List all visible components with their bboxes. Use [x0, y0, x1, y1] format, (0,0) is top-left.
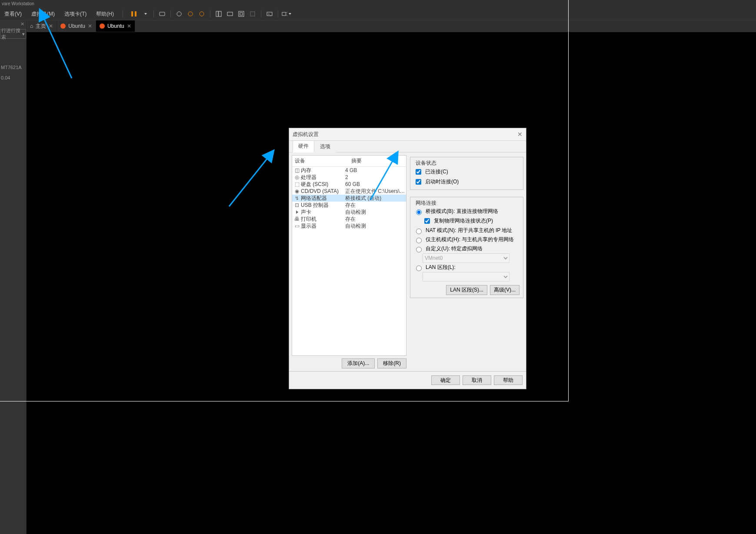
menu-tabs[interactable]: 选项卡(T) — [62, 10, 89, 18]
svg-rect-5 — [219, 11, 221, 17]
dialog-title-bar[interactable]: 虚拟机设置 ✕ — [289, 128, 526, 141]
menu-vm[interactable]: 虚拟机(M) — [29, 10, 57, 18]
vm-settings-dialog: 虚拟机设置 ✕ 硬件 选项 设备 摘要 — [289, 128, 526, 389]
hw-summary: 桥接模式 (自动) — [345, 195, 406, 202]
add-hardware-button[interactable]: 添加(A)... — [342, 358, 375, 368]
radio-hostonly[interactable] — [416, 238, 422, 243]
remove-hardware-button[interactable]: 移除(R) — [377, 358, 406, 368]
hardware-row[interactable]: 🕨声卡自动检测 — [292, 209, 406, 216]
hw-header-device: 设备 — [292, 156, 349, 166]
hw-summary: 4 GB — [345, 167, 406, 173]
sidebar-close-icon[interactable]: ✕ — [20, 21, 24, 27]
hw-summary: 2 — [345, 174, 406, 180]
hw-icon: 🕨 — [294, 209, 300, 215]
help-button[interactable]: 帮助 — [494, 375, 523, 385]
vmnet-select[interactable]: VMnet0 — [423, 253, 510, 263]
tab-label: 主页 — [36, 23, 46, 30]
dialog-tab-options[interactable]: 选项 — [314, 140, 336, 153]
separator — [261, 10, 261, 18]
hw-summary: 自动检测 — [345, 222, 406, 230]
chk-connect-at-start-label: 启动时连接(O) — [425, 178, 459, 186]
hw-name: 内存 — [300, 167, 345, 174]
hardware-row[interactable]: ◉CD/DVD (SATA)正在使用文件 C:\Users\79462\... — [292, 188, 406, 195]
network-title: 网络连接 — [414, 199, 438, 207]
svg-rect-4 — [216, 11, 218, 17]
hw-icon: ◎ — [294, 174, 300, 180]
hardware-row[interactable]: ↯网络适配器桥接模式 (自动) — [292, 195, 406, 202]
hw-name: USB 控制器 — [300, 202, 345, 209]
hw-summary: 存在 — [345, 202, 406, 209]
hw-icon: ◫ — [294, 167, 300, 173]
hardware-row[interactable]: ◫内存4 GB — [292, 167, 406, 174]
separator — [210, 10, 210, 18]
hw-icon: ⬚ — [294, 181, 300, 187]
sidebar-search-input[interactable]: 行进行搜索 ▾ — [0, 29, 26, 39]
menu-help[interactable]: 帮助(H) — [93, 10, 117, 18]
hw-icon: ◉ — [294, 188, 300, 194]
tab-label: Ubuntu — [107, 23, 124, 29]
svg-rect-6 — [227, 12, 233, 16]
sidebar-tree-item[interactable]: 0.04 — [0, 73, 26, 83]
svg-rect-0 — [160, 12, 165, 16]
tab-ubuntu1[interactable]: Ubuntu ✕ — [57, 20, 96, 32]
advanced-button[interactable]: 高级(V)... — [490, 285, 520, 295]
radio-custom[interactable] — [416, 247, 422, 252]
vm-display-area: 虚拟机设置 ✕ 硬件 选项 设备 摘要 — [27, 32, 756, 534]
tab-close-icon[interactable]: ✕ — [49, 23, 53, 29]
menu-bar: 查看(V) 虚拟机(M) 选项卡(T) 帮助(H) — [0, 8, 756, 20]
radio-custom-label: 自定义(U): 特定虚拟网络 — [426, 245, 483, 252]
view-console-icon[interactable] — [225, 9, 235, 19]
revert-icon[interactable] — [197, 9, 206, 19]
hardware-row[interactable]: ◎处理器2 — [292, 174, 406, 181]
tab-label: Ubuntu — [68, 23, 85, 29]
pause-button[interactable] — [129, 9, 139, 19]
hardware-row[interactable]: 🖶打印机存在 — [292, 216, 406, 222]
radio-lanseg[interactable] — [416, 265, 422, 271]
chk-connected[interactable] — [416, 169, 421, 175]
lanseg-select[interactable] — [423, 272, 510, 282]
hw-header-summary: 摘要 — [349, 156, 406, 166]
quick-switch-icon[interactable]: >_ — [265, 9, 274, 19]
tab-close-icon[interactable]: ✕ — [88, 23, 92, 29]
hardware-row[interactable]: ⊡USB 控制器存在 — [292, 202, 406, 209]
view-single-icon[interactable] — [214, 9, 223, 19]
hw-name: CD/DVD (SATA) — [300, 188, 345, 194]
tab-ubuntu2-active[interactable]: Ubuntu ✕ — [96, 20, 135, 32]
radio-bridge[interactable] — [416, 209, 422, 215]
hardware-row[interactable]: ▭显示器自动检测 — [292, 222, 406, 229]
radio-lanseg-label: LAN 区段(L): — [426, 264, 456, 271]
hardware-row[interactable]: ⬚硬盘 (SCSI)60 GB — [292, 181, 406, 188]
tab-bar: ⌂ 主页 ✕ Ubuntu ✕ Ubuntu ✕ — [27, 20, 756, 32]
send-ctrl-alt-del-icon[interactable] — [157, 9, 167, 19]
chk-connect-at-start[interactable] — [416, 179, 421, 185]
view-fullscreen-icon[interactable] — [236, 9, 246, 19]
stretch-dropdown[interactable] — [282, 9, 291, 19]
ubuntu-icon — [60, 23, 66, 29]
dialog-title-text: 虚拟机设置 — [293, 131, 319, 138]
ok-button[interactable]: 确定 — [431, 375, 460, 385]
lan-segments-button[interactable]: LAN 区段(S)... — [446, 285, 487, 295]
snapshot-icon[interactable] — [174, 9, 184, 19]
device-state-title: 设备状态 — [414, 159, 438, 167]
menu-view[interactable]: 查看(V) — [2, 10, 24, 18]
hw-summary: 自动检测 — [345, 209, 406, 216]
sidebar-tree-item[interactable]: MT7621A — [0, 62, 26, 73]
hw-name: 处理器 — [300, 174, 345, 181]
app-title-text: vare Workstation — [2, 1, 34, 6]
view-unity-icon[interactable] — [248, 9, 257, 19]
hw-icon: ▭ — [294, 223, 300, 229]
power-dropdown[interactable] — [140, 9, 150, 19]
radio-nat[interactable] — [416, 229, 422, 234]
hw-icon: ↯ — [294, 195, 300, 201]
dialog-close-icon[interactable]: ✕ — [517, 131, 523, 138]
tab-home[interactable]: ⌂ 主页 ✕ — [27, 20, 57, 32]
hw-icon: 🖶 — [294, 216, 300, 222]
cancel-button[interactable]: 取消 — [463, 375, 491, 385]
chk-replicate[interactable] — [424, 218, 430, 224]
hw-name: 显示器 — [300, 222, 345, 230]
snapshot-manager-icon[interactable] — [186, 9, 195, 19]
tab-close-icon[interactable]: ✕ — [127, 23, 131, 29]
hw-summary: 60 GB — [345, 181, 406, 187]
hw-name: 网络适配器 — [300, 195, 345, 202]
dialog-tab-hardware[interactable]: 硬件 — [293, 140, 314, 153]
